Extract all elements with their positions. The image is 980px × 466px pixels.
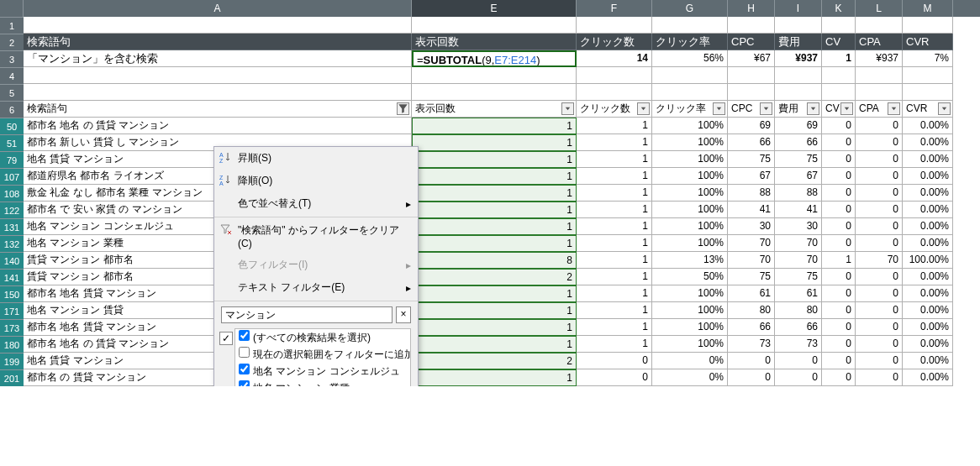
cell-I[interactable]: 69 xyxy=(775,118,822,134)
filter-check-item[interactable] xyxy=(239,380,250,386)
cell-K[interactable]: 0 xyxy=(822,151,856,168)
cell-H[interactable]: 66 xyxy=(728,134,775,151)
cell-K[interactable]: 0 xyxy=(822,134,856,151)
cell-F[interactable]: 1 xyxy=(577,118,652,134)
cell-G[interactable]: 100% xyxy=(652,168,728,185)
cell-F[interactable]: 1 xyxy=(577,235,652,252)
cell-G[interactable]: 100% xyxy=(652,235,728,252)
cell-G[interactable]: 100% xyxy=(652,302,728,319)
cell-H[interactable]: 73 xyxy=(728,336,775,353)
cell-K[interactable]: 0 xyxy=(822,269,856,285)
dropdown-icon[interactable] xyxy=(807,102,819,115)
cell-F[interactable]: 1 xyxy=(577,168,652,185)
cell-K[interactable]: 0 xyxy=(822,202,856,218)
cell-I[interactable]: 80 xyxy=(775,302,822,319)
cell-K[interactable]: 0 xyxy=(822,235,856,252)
cell-L[interactable]: 0 xyxy=(856,369,903,386)
cell-L[interactable]: 70 xyxy=(856,252,903,269)
cell-K[interactable]: 0 xyxy=(822,185,856,202)
cell-L[interactable]: 0 xyxy=(856,319,903,336)
filter-check-addcurrent[interactable] xyxy=(239,347,250,358)
cell-M[interactable]: 0.00% xyxy=(903,285,953,302)
cell-E[interactable]: 1 xyxy=(412,319,577,336)
cell-H[interactable]: 41 xyxy=(728,202,775,218)
cell-G[interactable]: 100% xyxy=(652,151,728,168)
cell-K[interactable]: 0 xyxy=(822,168,856,185)
cell-H[interactable]: 69 xyxy=(728,118,775,134)
cell-L[interactable]: 0 xyxy=(856,134,903,151)
cell-A[interactable]: 都市名 地名 の 賃貸 マンション xyxy=(24,118,412,134)
row-number[interactable]: 132 xyxy=(0,235,24,252)
col-A[interactable]: A xyxy=(24,0,412,17)
col-H[interactable]: H xyxy=(728,0,775,17)
cell-M[interactable]: 0.00% xyxy=(903,269,953,285)
cell-M[interactable]: 0.00% xyxy=(903,319,953,336)
hdr-G[interactable]: クリック率 xyxy=(652,34,728,50)
cell-E[interactable]: 1 xyxy=(412,134,577,151)
clear-filter[interactable]: "検索語句" からフィルターをクリア(C) xyxy=(214,219,418,254)
filter-check-item[interactable] xyxy=(239,364,250,374)
cell-M[interactable]: 0.00% xyxy=(903,353,953,369)
cell-G[interactable]: 13% xyxy=(652,252,728,269)
col-F[interactable]: F xyxy=(577,0,652,17)
cell-G[interactable]: 100% xyxy=(652,185,728,202)
filter-item-list[interactable]: (すべての検索結果を選択) 現在の選択範囲をフィルターに追加 地名 マンション … xyxy=(234,328,411,386)
cell-H[interactable]: 30 xyxy=(728,218,775,235)
cell-I[interactable]: 70 xyxy=(775,252,822,269)
hdr-I[interactable]: 費用 xyxy=(775,34,822,50)
cell-I[interactable]: 41 xyxy=(775,202,822,218)
cell-I[interactable]: 30 xyxy=(775,218,822,235)
cell-F[interactable]: 0 xyxy=(577,369,652,386)
col-K[interactable]: K xyxy=(822,0,856,17)
cell-H[interactable]: 88 xyxy=(728,185,775,202)
cell-E[interactable]: 1 xyxy=(412,151,577,168)
cell-G[interactable]: 100% xyxy=(652,134,728,151)
row-number[interactable]: 131 xyxy=(0,218,24,235)
cell-E[interactable]: 1 xyxy=(412,235,577,252)
cell-I[interactable]: 61 xyxy=(775,285,822,302)
cell-E[interactable]: 1 xyxy=(412,168,577,185)
cell-G[interactable]: 100% xyxy=(652,319,728,336)
cell-I[interactable]: 73 xyxy=(775,336,822,353)
cell-M[interactable]: 0.00% xyxy=(903,235,953,252)
row-number[interactable]: 108 xyxy=(0,185,24,202)
row-number[interactable]: 122 xyxy=(0,202,24,218)
cell-E[interactable]: 2 xyxy=(412,269,577,285)
cell-I[interactable]: 66 xyxy=(775,319,822,336)
cell-M[interactable]: 0.00% xyxy=(903,168,953,185)
hdr-K[interactable]: CV xyxy=(822,34,856,50)
cell-F[interactable]: 1 xyxy=(577,134,652,151)
col-E[interactable]: E xyxy=(412,0,577,17)
cell-I[interactable]: 75 xyxy=(775,151,822,168)
dropdown-icon[interactable] xyxy=(713,102,725,115)
select-all-side-check[interactable]: ✓ xyxy=(219,332,233,345)
cell-E[interactable]: 1 xyxy=(412,285,577,302)
dropdown-icon[interactable] xyxy=(938,102,951,115)
dropdown-icon[interactable] xyxy=(760,102,772,115)
cell-K[interactable]: 1 xyxy=(822,252,856,269)
cell-K[interactable]: 0 xyxy=(822,302,856,319)
cell-M[interactable]: 0.00% xyxy=(903,369,953,386)
cell-M[interactable]: 0.00% xyxy=(903,218,953,235)
cell-L[interactable]: 0 xyxy=(856,302,903,319)
row-number[interactable]: 150 xyxy=(0,285,24,302)
cell-L[interactable]: 0 xyxy=(856,269,903,285)
hdr-F[interactable]: クリック数 xyxy=(577,34,652,50)
clear-search-icon[interactable]: × xyxy=(396,306,411,323)
cell-M[interactable]: 0.00% xyxy=(903,185,953,202)
cell-G[interactable]: 0% xyxy=(652,353,728,369)
sort-by-color[interactable]: 色で並べ替え(T)▸ xyxy=(214,192,418,215)
cell-M[interactable]: 0.00% xyxy=(903,202,953,218)
cell-H[interactable]: 75 xyxy=(728,151,775,168)
col-M[interactable]: M xyxy=(903,0,953,17)
cell-F[interactable]: 1 xyxy=(577,336,652,353)
cell-F[interactable]: 1 xyxy=(577,218,652,235)
dropdown-icon[interactable] xyxy=(637,102,650,115)
hdr-E[interactable]: 表示回数 xyxy=(412,34,577,50)
cell-G[interactable]: 0% xyxy=(652,369,728,386)
cell-G[interactable]: 100% xyxy=(652,336,728,353)
summary-formula[interactable]: =SUBTOTAL(9,E7:E214) xyxy=(412,50,577,67)
cell-I[interactable]: 0 xyxy=(775,369,822,386)
filter-icon[interactable] xyxy=(397,102,409,115)
cell-E[interactable]: 1 xyxy=(412,185,577,202)
